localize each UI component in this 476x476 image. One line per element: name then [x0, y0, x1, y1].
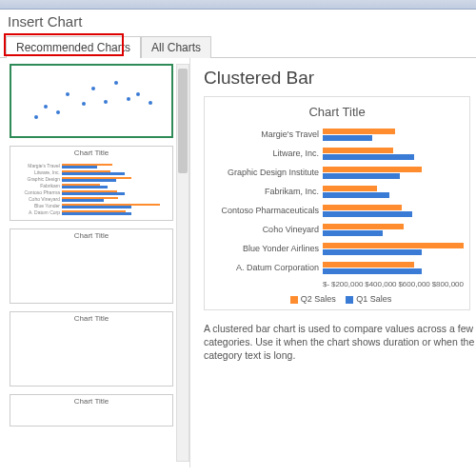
legend-label-q1: Q1 Sales [356, 294, 391, 304]
bar-q1 [323, 211, 412, 217]
category-label: Graphic Design Institute [210, 168, 323, 177]
thumbnail-preview [10, 242, 172, 303]
ribbon-background [0, 0, 476, 10]
bar-q2 [323, 262, 414, 268]
category-label: Blue Yonder Airlines [210, 244, 323, 253]
chart-row: Graphic Design Institute [210, 163, 464, 182]
axis-tick: $- [323, 280, 329, 288]
category-label: A. Datum Corporation [210, 263, 323, 272]
bar-q2 [323, 129, 395, 134]
thumbnail-scrollbar[interactable] [176, 64, 189, 462]
chart-row: Litware, Inc. [210, 144, 464, 163]
category-label: Contoso Pharmaceuticals [210, 206, 323, 215]
chart-thumbnail-clustered-column-3[interactable]: Chart Title [10, 394, 173, 426]
chart-x-axis: $-$200,000$400,000$600,000$800,000 [323, 277, 464, 288]
axis-tick: $400,000 [365, 280, 396, 288]
chart-preview[interactable]: Chart Title Margie's TravelLitware, Inc.… [204, 96, 470, 310]
tab-strip: Recommended Charts All Charts [0, 35, 476, 58]
preview-heading: Clustered Bar [204, 68, 476, 89]
bar-q1 [323, 173, 400, 179]
bar-q2 [323, 205, 402, 210]
chart-title: Chart Title [210, 105, 464, 119]
bar-q1 [323, 249, 422, 255]
thumbnail-title: Chart Title [10, 312, 172, 325]
chart-thumbnail-scatter[interactable] [10, 64, 173, 138]
legend-label-q2: Q2 Sales [301, 294, 336, 304]
category-label: Fabrikam, Inc. [210, 187, 323, 196]
bar-track [323, 224, 464, 236]
bar-q2 [323, 243, 464, 248]
bar-q2 [323, 148, 393, 153]
chart-preview-pane: Clustered Bar Chart Title Margie's Trave… [190, 58, 476, 467]
bar-q2 [323, 167, 422, 172]
tab-all-charts[interactable]: All Charts [141, 36, 211, 58]
tab-recommended-charts[interactable]: Recommended Charts [6, 36, 141, 58]
dialog-content: Chart Title Margie's Travel Litware, Inc… [0, 58, 476, 467]
scrollbar-handle[interactable] [178, 69, 188, 173]
chart-row: A. Datum Corporation [210, 258, 464, 277]
thumbnail-preview [10, 325, 172, 386]
axis-tick: $800,000 [432, 280, 464, 288]
dialog-title: Insert Chart [0, 10, 476, 35]
category-label: Coho Vineyard [210, 225, 323, 234]
bar-q1 [323, 230, 383, 236]
chart-row: Coho Vineyard [210, 220, 464, 239]
axis-tick: $600,000 [398, 280, 429, 288]
legend-swatch-q2 [290, 296, 298, 304]
bar-track [323, 243, 464, 255]
chart-plot-area: Margie's TravelLitware, Inc.Graphic Desi… [210, 125, 464, 277]
thumbnail-title: Chart Title [10, 395, 172, 407]
bar-track [323, 129, 464, 141]
category-label: Litware, Inc. [210, 149, 323, 158]
axis-tick: $200,000 [331, 280, 363, 288]
category-label: Margie's Travel [210, 129, 323, 139]
bar-q1 [323, 135, 372, 141]
bar-q1 [323, 154, 414, 160]
chart-thumbnail-clustered-column-1[interactable]: Chart Title [10, 228, 173, 304]
bar-track [323, 262, 464, 274]
thumbnail-preview: Margie's Travel Litware, Inc. Graphic De… [10, 159, 172, 220]
bar-track [323, 205, 464, 217]
bar-q1 [323, 192, 389, 198]
legend-swatch-q1 [346, 296, 353, 304]
chart-row: Contoso Pharmaceuticals [210, 201, 464, 220]
bar-q1 [323, 268, 422, 274]
thumbnail-title: Chart Title [10, 229, 172, 242]
bar-track [323, 148, 464, 160]
chart-thumbnail-clustered-bar[interactable]: Chart Title Margie's Travel Litware, Inc… [10, 146, 173, 221]
bar-q2 [323, 224, 404, 229]
chart-description: A clustered bar chart is used to compare… [204, 322, 475, 363]
bar-track [323, 167, 464, 179]
thumbnail-column: Chart Title Margie's Travel Litware, Inc… [0, 58, 190, 467]
bar-track [323, 186, 464, 198]
thumbnail-title: Chart Title [10, 147, 172, 159]
chart-row: Margie's Travel [210, 125, 464, 144]
thumbnail-preview [10, 407, 172, 426]
thumbnail-preview [11, 66, 171, 136]
chart-legend: Q2 Sales Q1 Sales [210, 288, 464, 304]
chart-row: Fabrikam, Inc. [210, 182, 464, 201]
chart-thumbnail-clustered-column-2[interactable]: Chart Title [10, 311, 173, 387]
bar-q2 [323, 186, 377, 191]
chart-row: Blue Yonder Airlines [210, 239, 464, 258]
